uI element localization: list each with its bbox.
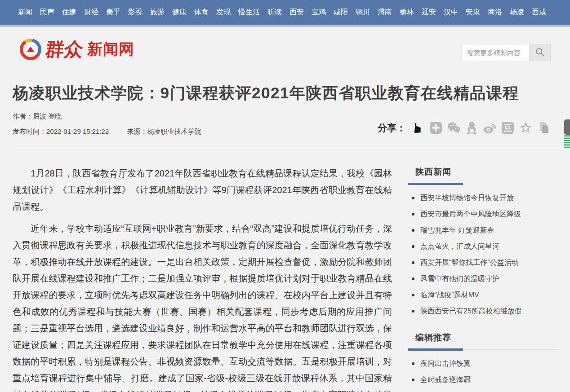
qzone-icon[interactable] [518,120,533,135]
sidebar-news-list: 西安半坡博物馆今日恢复开放西安市最后两个中风险地区降级瑞雪兆丰年 灯笼迎新春点点… [408,190,557,319]
douban-icon[interactable] [500,120,515,135]
nav-item[interactable]: 健康 [172,8,187,17]
sidebar-section-title: 陕西新闻 [415,167,451,176]
nav-item[interactable]: 榆林 [400,8,414,17]
sidebar-section-header: 陕西新闻 [408,166,557,184]
article-author-row: 作者：屈波 崔晓 [13,112,557,121]
publish-time-label: 发布时间： [13,128,46,135]
article-paragraph: 近年来，学校主动适应“互联网+职业教育”新要求，结合“双高”建设和提质培优行动任… [13,220,392,392]
sidebar-pick-item[interactable]: 全时戒备巡海疆 [408,372,557,388]
sidebar-section-header: 编辑推荐 [408,332,557,350]
nav-item[interactable]: 商洛 [488,8,502,17]
sidebar: 陕西新闻 西安半坡博物馆今日恢复开放西安市最后两个中风险地区降级瑞雪兆丰年 灯笼… [408,159,557,392]
edge-widget-meter [564,135,570,148]
search-button[interactable] [530,44,551,61]
sidebar-news-item[interactable]: 西安半坡博物馆今日恢复开放 [408,190,557,206]
edge-widget-grip [564,119,570,135]
pavilion-mark-icon [27,46,34,52]
qq-icon[interactable] [464,120,479,135]
nav-item[interactable]: 汉中 [444,8,458,17]
nav-item[interactable]: 安康 [466,8,480,17]
nav-item[interactable]: 旅游 [150,8,165,17]
article-title: 杨凌职业技术学院：9门课程获评2021年陕西省职业教育在线精品课程 [13,72,557,102]
share-bar: 分享： [378,120,551,135]
nav-item[interactable]: 听读 [267,8,282,17]
hand-click-icon[interactable] [410,120,425,135]
site-header: 群众 新闻网 [0,27,570,72]
sidebar-news-item[interactable]: 瑞雪兆丰年 灯笼迎新春 [408,222,557,238]
nav-item[interactable]: 住建 [62,8,76,17]
sidebar-news-item[interactable]: 点点萤火，汇成人间星河 [408,238,557,255]
logo-script-text: 群众 [44,37,85,62]
article-body: 1月28日，陕西省教育厅发布了2021年陕西省职业教育在线精品课程认定结果，我校… [13,159,392,392]
sidebar-pick-item[interactable]: 夜间出击淬铁翼 [408,356,557,372]
source-name: 杨凌职业技术学院 [147,128,201,135]
content-area: 1月28日，陕西省教育厅发布了2021年陕西省职业教育在线精品课程认定结果，我校… [0,159,570,392]
publish-time: 2022-01-29 15:21:22 [46,128,109,135]
nav-item[interactable]: 渭南 [378,8,392,17]
weibo-icon[interactable] [482,120,497,135]
search-icon [534,46,546,59]
article-paragraph: 1月28日，陕西省教育厅发布了2021年陕西省职业教育在线精品课程认定结果，我校… [13,165,392,215]
sidebar-section-shaanxi-news: 陕西新闻 西安半坡博物馆今日恢复开放西安市最后两个中风险地区降级瑞雪兆丰年 灯笼… [408,166,557,319]
copy-link-icon[interactable] [536,120,551,135]
wechat-icon[interactable] [446,120,461,135]
logo-text: 新闻网 [87,39,134,60]
site-logo[interactable]: 群众 新闻网 [20,37,134,62]
nav-item[interactable]: 民声 [40,8,54,17]
nav-item[interactable]: 延安 [422,8,436,17]
sidebar-picks-list: 夜间出击淬铁翼全时戒备巡海疆跃上冰雪，拥抱快乐寒假 [408,356,557,392]
nav-item[interactable]: 铜川 [356,8,370,17]
sidebar-section-editor-picks: 编辑推荐 夜间出击淬铁翼全时戒备巡海疆跃上冰雪，拥抱快乐寒假 [408,332,557,392]
sidebar-pick-item[interactable]: 跃上冰雪，拥抱快乐寒假 [408,388,557,392]
sidebar-news-item[interactable]: 风雪中有他们的温暖守护 [408,271,557,287]
nav-item[interactable]: 西安 [289,8,304,17]
search-box [461,44,551,61]
nav-item[interactable]: 西咸 [532,8,546,17]
nav-item[interactable]: 财经 [84,8,98,17]
sidebar-news-item[interactable]: 西安开展“帮你找工作”公益活动 [408,255,557,271]
nav-item[interactable]: 杨凌 [510,8,524,17]
nav-item[interactable]: 宝鸡 [312,8,326,17]
nav-item[interactable]: 发现 [216,8,231,17]
sidebar-section-title: 编辑推荐 [415,333,451,342]
share-label: 分享： [378,122,406,134]
nav-item[interactable]: 体育 [194,8,209,17]
nav-item[interactable]: 影视 [128,8,142,17]
search-input[interactable] [461,44,530,61]
share-more-icon[interactable] [428,120,443,135]
sidebar-news-item[interactable]: 临潼“战疫”题材MV [408,287,557,303]
author-names: 屈波 崔晓 [33,112,62,120]
nav-item[interactable]: 秦平 [106,8,120,17]
edge-widget[interactable] [564,119,570,148]
article-header: 杨凌职业技术学院：9门课程获评2021年陕西省职业教育在线精品课程 作者：屈波 … [13,72,557,136]
sidebar-news-item[interactable]: 陕西西安已有25所高校相继放假 [408,303,557,319]
top-nav: 新闻民声住建财经秦平影视旅游健康体育发现慢生活听读西安宝鸡咸阳铜川渭南榆林延安汉… [0,0,570,25]
nav-item[interactable]: 新闻 [18,8,32,17]
page: 新闻民声住建财经秦平影视旅游健康体育发现慢生活听读西安宝鸡咸阳铜川渭南榆林延安汉… [0,0,570,392]
qunzhong-logo-icon [20,39,41,60]
source-label: 来源： [127,128,147,135]
sidebar-news-item[interactable]: 西安市最后两个中风险地区降级 [408,206,557,222]
nav-item[interactable]: 慢生活 [238,8,260,17]
nav-item[interactable]: 咸阳 [334,8,348,17]
section-divider [13,148,570,148]
author-label: 作者： [13,112,33,120]
